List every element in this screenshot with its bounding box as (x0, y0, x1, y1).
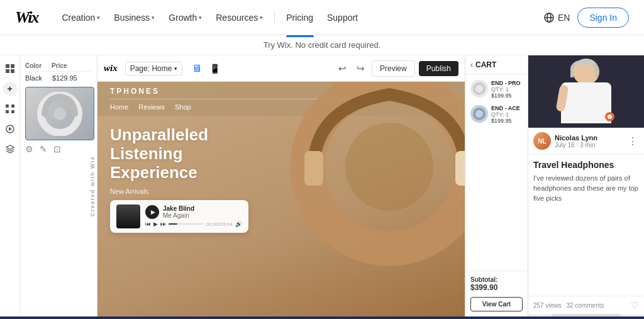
cart-footer: Subtotal: $399.90 View Cart (465, 271, 528, 316)
next-icon[interactable]: ⏭ (160, 221, 166, 227)
pricing-underline (286, 35, 314, 37)
tool-layers-icon[interactable] (3, 142, 17, 156)
svg-rect-5 (6, 69, 9, 73)
cart-chevron-icon[interactable]: ‹ (470, 60, 473, 69)
cart-sidebar: ‹ CART END - PRO QTY: 1 $199.95 (465, 55, 528, 316)
page-selector[interactable]: Page: Home ▾ (125, 62, 183, 76)
cart-item-name: END - PRO (491, 80, 521, 86)
article-excerpt: I've reviewed dozens of pairs of headpho… (533, 174, 639, 204)
article-stats: 257 views 32 comments ♡ (528, 296, 644, 314)
svg-rect-10 (11, 110, 14, 113)
editor-toolbar: wix Page: Home ▾ 🖥 📱 ↩ ↪ Preview Publish (97, 55, 465, 82)
comments-count: 32 comments (566, 302, 604, 309)
main-area: + Color Price Black $129.95 (0, 55, 644, 316)
music-artist: Jake Blind (163, 205, 194, 212)
more-options-icon[interactable]: ⋮ (626, 134, 639, 148)
time-display: 00:00/03:04 (206, 221, 233, 227)
article-author-row: NL Nicolas Lynn July 16 · 3 min ⋮ (528, 128, 644, 155)
tool-add-icon[interactable]: + (3, 82, 17, 96)
image-controls: ⚙ ✎ ⊡ (25, 144, 92, 154)
article-header-image (528, 55, 644, 128)
device-icons: 🖥 📱 (189, 61, 223, 76)
undo-button[interactable]: ↩ (335, 61, 350, 76)
cart-item-image (470, 80, 488, 98)
site-nav-reviews[interactable]: Reviews (138, 103, 165, 111)
music-controls-area: ▶ Jake Blind Me Again ⏮ ▶ ⏭ (145, 205, 242, 227)
product-image-area (25, 87, 94, 140)
music-thumbnail (116, 204, 140, 228)
play-icon[interactable]: ▶ (153, 221, 158, 227)
edit-icon[interactable]: ✎ (40, 144, 47, 154)
editor-area: wix Page: Home ▾ 🖥 📱 ↩ ↪ Preview Publish… (97, 55, 465, 316)
cart-item-details: END - PRO QTY: 1 $199.95 (491, 80, 521, 99)
signin-button[interactable]: Sign In (577, 8, 629, 28)
desktop-icon[interactable]: 🖥 (189, 61, 205, 76)
brand-watermark: Created with Wix (89, 155, 96, 216)
nav-business[interactable]: Business ▾ (108, 9, 161, 26)
svg-rect-7 (6, 104, 9, 108)
tool-app-icon[interactable] (3, 102, 17, 116)
publish-button[interactable]: Publish (419, 61, 458, 76)
person-body (561, 82, 611, 123)
music-title: Me Again (163, 212, 194, 219)
author-avatar: NL (533, 132, 551, 150)
top-navigation: Wix Creation ▾ Business ▾ Growth ▾ Resou… (0, 0, 644, 35)
person-figure (558, 59, 614, 125)
headphone-on-head (570, 60, 598, 77)
cart-item-qty: QTY: 1 (491, 111, 520, 118)
redo-button[interactable]: ↪ (353, 61, 368, 76)
chevron-down-icon: ▾ (174, 65, 177, 72)
site-nav-shop[interactable]: Shop (175, 103, 191, 111)
nav-growth[interactable]: Growth ▾ (162, 9, 208, 26)
editor-wix-logo: wix (104, 63, 118, 74)
cart-item-details: END - ACE QTY: 1 $199.95 (491, 105, 520, 124)
subtotal-label: Subtotal: (470, 276, 523, 283)
chevron-down-icon: ▾ (260, 14, 263, 21)
crop-icon[interactable]: ⊡ (53, 144, 61, 154)
big-headphone-decoration (282, 82, 465, 271)
scroll-indicator (528, 314, 644, 316)
preview-button[interactable]: Preview (372, 60, 415, 77)
cart-items-list: END - PRO QTY: 1 $199.95 END - ACE QTY: … (465, 75, 528, 271)
website-preview: TPHONES Home Reviews Shop Unparalleled L… (97, 82, 465, 316)
svg-rect-17 (455, 151, 465, 186)
chevron-down-icon: ▾ (97, 14, 100, 21)
music-track-info: Jake Blind Me Again (163, 205, 194, 219)
nav-resources[interactable]: Resources ▾ (209, 9, 269, 26)
hero-title: Unparalleled Listening Experience (110, 126, 261, 182)
nav-creation[interactable]: Creation ▾ (55, 9, 106, 26)
language-selector[interactable]: EN (543, 12, 570, 23)
svg-rect-9 (6, 110, 9, 113)
volume-icon[interactable]: 🔊 (235, 221, 242, 227)
table-row: Black $129.95 (25, 74, 92, 82)
author-name: Nicolas Lynn (555, 134, 623, 142)
cart-title: CART (475, 60, 496, 69)
progress-fill (169, 223, 177, 225)
play-button[interactable]: ▶ (145, 205, 159, 219)
wix-logo[interactable]: Wix (15, 8, 38, 27)
site-nav-home[interactable]: Home (110, 103, 128, 111)
nav-support[interactable]: Support (321, 9, 364, 26)
svg-point-19 (474, 109, 484, 119)
svg-rect-3 (6, 64, 9, 68)
svg-point-18 (474, 84, 484, 94)
heart-icon[interactable]: ♡ (631, 300, 639, 310)
tool-media-icon[interactable] (3, 122, 17, 136)
prev-icon[interactable]: ⏮ (145, 221, 151, 227)
tool-grid-icon[interactable] (3, 62, 17, 76)
nav-separator (274, 10, 275, 25)
code-bar: $w('#addToCartButton').onClick(async () … (0, 316, 644, 319)
progress-bar (169, 223, 204, 225)
svg-rect-6 (11, 69, 14, 73)
right-panel: NL Nicolas Lynn July 16 · 3 min ⋮ Travel… (528, 55, 644, 316)
mobile-icon[interactable]: 📱 (206, 61, 223, 76)
subtotal-amount: $399.90 (470, 283, 523, 292)
settings-icon[interactable]: ⚙ (25, 144, 33, 154)
cart-header: ‹ CART (465, 55, 528, 75)
nav-pricing[interactable]: Pricing (280, 9, 319, 26)
tool-sidebar: + (0, 55, 20, 316)
red-badge (605, 112, 614, 121)
cart-item: END - ACE QTY: 1 $199.95 (470, 105, 523, 124)
music-player[interactable]: ▶ Jake Blind Me Again ⏮ ▶ ⏭ (110, 200, 248, 233)
view-cart-button[interactable]: View Cart (470, 297, 523, 311)
